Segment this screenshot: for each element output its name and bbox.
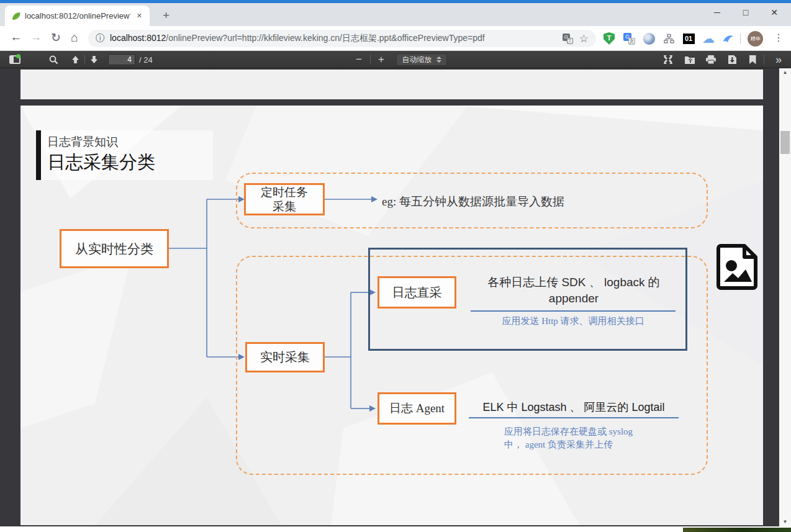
window-controls: ─ □ ✕: [703, 7, 789, 17]
pdf-viewer[interactable]: 日志背景知识 日志采集分类: [0, 68, 791, 526]
url-host: localhost:8012: [110, 33, 166, 43]
agent-underline: [469, 417, 679, 418]
direct-collect-box: 日志直采: [377, 276, 456, 309]
browser-window: localhost:8012/onlinePreview? ✕ + ─ □ ✕ …: [0, 0, 791, 532]
realtime-collect-box: 实时采集: [245, 342, 325, 372]
next-page-icon[interactable]: [86, 51, 102, 68]
reload-icon[interactable]: ↻: [47, 30, 65, 45]
dropdown-spinner-icon: [436, 56, 441, 63]
spring-leaf-favicon: [11, 11, 21, 21]
desktop-wallpaper-fragment: [683, 528, 791, 532]
minimize-button[interactable]: ─: [703, 7, 731, 17]
right-separator: [764, 55, 764, 65]
timed-task-box: 定时任务 采集: [244, 183, 325, 215]
previous-page-icon[interactable]: [67, 51, 83, 68]
pdf-page-4: 日志背景知识 日志采集分类: [20, 106, 763, 525]
scrollbar-thumb[interactable]: [780, 131, 790, 154]
maximize-button[interactable]: □: [731, 7, 760, 17]
print-icon[interactable]: [702, 51, 720, 68]
ext-circle-icon[interactable]: [642, 32, 656, 45]
page-count-label: / 24: [139, 51, 164, 68]
ext-bird-icon[interactable]: [721, 32, 735, 45]
broken-image-icon: [716, 243, 759, 291]
ext-01-badge-icon[interactable]: 01: [682, 32, 695, 45]
direct-note: 应用发送 Http 请求、调用相关接口: [455, 315, 691, 327]
agent-description: ELK 中 Logstash 、 阿里云的 Logtail: [465, 400, 682, 415]
direct-underline: [471, 310, 676, 312]
forward-icon[interactable]: →: [27, 30, 45, 44]
window-bottom-strip: [0, 526, 791, 532]
log-agent-box: 日志 Agent: [377, 392, 456, 425]
tab-title: localhost:8012/onlinePreview?: [25, 11, 130, 20]
browser-titlebar: localhost:8012/onlinePreview? ✕ + ─ □ ✕: [0, 3, 791, 26]
more-tools-icon[interactable]: »: [770, 51, 787, 68]
scrollbar[interactable]: ▲ ▼: [779, 68, 791, 526]
page-info-icon[interactable]: ⓘ: [96, 33, 104, 44]
home-icon[interactable]: ⌂: [66, 30, 83, 45]
bookmark-star-icon[interactable]: ☆: [579, 32, 589, 45]
pdf-toolbar: / 24 − + 自动缩放 »: [0, 51, 791, 68]
page-number-field[interactable]: [107, 51, 137, 68]
ext-cloud-icon[interactable]: ☁: [702, 32, 715, 45]
root-classification-box: 从实时性分类: [60, 229, 169, 268]
zoom-out-icon[interactable]: −: [351, 51, 366, 68]
scroll-down-icon[interactable]: ▼: [779, 518, 791, 526]
open-file-icon[interactable]: [680, 51, 699, 68]
search-icon[interactable]: [45, 51, 62, 68]
ext-adblock-shield-icon[interactable]: T: [602, 32, 616, 45]
scroll-up-icon[interactable]: ▲: [779, 68, 791, 77]
timed-example-text: eg: 每五分钟从数据源批量导入数据: [382, 194, 564, 210]
ext-sitemap-icon[interactable]: [662, 32, 676, 45]
slide-title: 日志采集分类: [47, 150, 155, 175]
title-accent-bar: [36, 130, 41, 180]
sidebar-notification-dot: [16, 54, 20, 58]
agent-note: 应用将日志保存在硬盘或 syslog 中， agent 负责采集并上传: [504, 425, 690, 451]
previous-page-bottom: [20, 70, 763, 99]
extension-separator: [740, 34, 741, 44]
url-path: /onlinePreview?url=http://kkfileview.kek…: [166, 33, 484, 43]
toolbar-separator: [84, 55, 85, 65]
slide-kicker: 日志背景知识: [47, 134, 118, 150]
tab-close-icon[interactable]: ✕: [134, 11, 145, 21]
ext-google-translate-icon[interactable]: G 文: [622, 32, 636, 45]
new-tab-button[interactable]: +: [158, 9, 174, 22]
profile-avatar[interactable]: 精华: [748, 31, 763, 47]
browser-toolbar: ← → ↻ ⌂ ⓘ localhost:8012/onlinePreview?u…: [0, 26, 791, 51]
sidebar-toggle-icon[interactable]: [6, 51, 24, 68]
browser-tab[interactable]: localhost:8012/onlinePreview? ✕: [5, 6, 150, 26]
zoom-select-label: 自动缩放: [402, 55, 432, 65]
close-button[interactable]: ✕: [760, 7, 789, 17]
translate-page-icon[interactable]: G 文: [563, 34, 573, 44]
zoom-in-icon[interactable]: +: [374, 51, 389, 68]
chrome-menu-icon[interactable]: ⋮: [774, 32, 784, 43]
zoom-separator: [370, 55, 371, 65]
direct-collect-description: 各种日志上传 SDK 、 logback 的 appender: [458, 274, 689, 307]
back-icon[interactable]: ←: [7, 30, 25, 44]
zoom-select[interactable]: 自动缩放: [394, 51, 450, 68]
download-icon[interactable]: [723, 51, 741, 68]
bookmark-icon[interactable]: [745, 51, 760, 68]
address-bar[interactable]: ⓘ localhost:8012/onlinePreview?url=http:…: [88, 30, 596, 47]
presentation-mode-icon[interactable]: [659, 51, 677, 68]
url-text[interactable]: localhost:8012/onlinePreview?url=http://…: [110, 33, 556, 44]
